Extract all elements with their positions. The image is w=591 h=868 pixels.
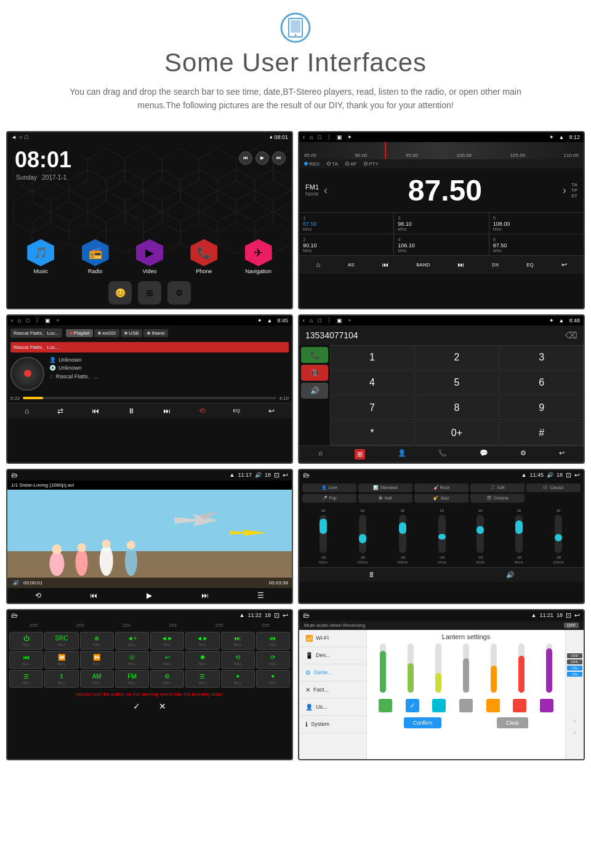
radio-home-icon[interactable]: ⌂: [310, 134, 313, 140]
play-btn[interactable]: ▶: [255, 151, 269, 165]
video-play-btn[interactable]: ▶: [147, 591, 152, 600]
music-record-icon[interactable]: ▣: [45, 317, 50, 324]
color-cyan[interactable]: [432, 699, 446, 712]
radio-screenshot-icon[interactable]: ▣: [337, 134, 342, 140]
music-back-btn[interactable]: ↩: [268, 407, 275, 415]
shortcut-vol-down[interactable]: ◄►NULL: [150, 632, 184, 650]
shortcut-call[interactable]: ☏NULL: [115, 651, 149, 669]
color-check[interactable]: ✓: [406, 699, 419, 712]
shortcut-expand-icon[interactable]: ⊡: [274, 611, 279, 619]
settings-icon[interactable]: ⚙: [167, 281, 191, 305]
eq-expand-icon[interactable]: ⊡: [566, 471, 571, 479]
music-eq-btn[interactable]: EQ: [233, 408, 241, 413]
shortcut-fwd[interactable]: ⏩NULL: [80, 651, 114, 669]
eq-preset-soft[interactable]: 🎵 Soft: [470, 484, 525, 492]
eq-sound-icon[interactable]: 🔊: [506, 571, 515, 579]
shortcut-back[interactable]: ↩NULL: [150, 651, 184, 669]
phone-key-4[interactable]: 4: [330, 370, 414, 395]
shortcut-confirm-x[interactable]: ✕: [159, 701, 166, 711]
radio-as-btn[interactable]: AS: [345, 260, 358, 269]
radio-preset-1[interactable]: 1 87.50 MHz: [299, 213, 394, 234]
music-tab-usb[interactable]: USB: [121, 329, 142, 337]
video-expand-icon[interactable]: ⊡: [274, 471, 279, 479]
music-home-btn[interactable]: ⌂: [25, 407, 29, 415]
shortcut-ccw[interactable]: ⟲NULL: [221, 651, 255, 669]
phone-key-5[interactable]: 5: [415, 370, 499, 395]
phone-home-icon[interactable]: ⌂: [310, 317, 313, 324]
music-playlist-item[interactable]: Rascal Flatts、Luc...: [10, 328, 62, 338]
eq-back-icon[interactable]: ↩: [574, 471, 580, 479]
music-prev-btn[interactable]: ⏮: [92, 407, 99, 415]
color-orange[interactable]: [486, 699, 500, 712]
shortcut-updown[interactable]: ⇕NULL: [44, 670, 78, 688]
settings-on-1[interactable]: ON: [567, 666, 582, 671]
music-track-item[interactable]: Rascal Flatts、Luc...: [10, 342, 289, 352]
shortcut-gps[interactable]: ⊕NULL: [80, 632, 114, 650]
settings-general-item[interactable]: ⚙ Gene...: [299, 664, 366, 682]
music-tab-inand[interactable]: iNand: [143, 329, 168, 337]
settings-on-2[interactable]: ON: [567, 672, 582, 677]
phone-key-hash[interactable]: #: [499, 421, 584, 445]
grid-icon[interactable]: ⊞: [138, 281, 161, 305]
app-music[interactable]: 🎵 Music: [27, 239, 54, 274]
shortcut-menu[interactable]: ☰NULL: [9, 670, 43, 688]
shortcut-mute[interactable]: ◄►NULL: [185, 632, 219, 650]
radio-prev-btn[interactable]: ‹: [324, 184, 328, 197]
eq-preset-classic[interactable]: 🎼 Classic: [526, 484, 581, 492]
phone-key-3[interactable]: 3: [499, 345, 584, 370]
settings-arrow-1[interactable]: ›: [567, 717, 582, 724]
shortcut-power[interactable]: ⏻NULL: [9, 632, 43, 650]
shortcut-confirm-check[interactable]: ✓: [133, 701, 140, 711]
phone-key-1[interactable]: 1: [330, 345, 414, 370]
eq-preset-standard[interactable]: 📊 Standard: [358, 484, 412, 492]
music-progress-bar[interactable]: [23, 397, 277, 399]
eq-preset-pop[interactable]: 🎤 Pop: [302, 494, 356, 503]
app-video[interactable]: ▶ Video: [136, 239, 163, 274]
app-phone[interactable]: 📞 Phone: [190, 239, 217, 274]
shortcut-cw[interactable]: ⟳NULL: [256, 651, 290, 669]
radio-eq-btn[interactable]: EQ: [523, 260, 537, 269]
shortcut-prev[interactable]: ⏮NULL: [256, 632, 290, 650]
video-list-btn[interactable]: ☰: [257, 591, 264, 600]
phone-sms-btn[interactable]: 💬: [480, 449, 488, 460]
next-btn[interactable]: ⏭: [272, 151, 286, 165]
phone-apps-icon[interactable]: □: [318, 317, 321, 324]
phone-home-btn[interactable]: ⌂: [318, 449, 323, 460]
radio-preset-5[interactable]: 5 108.00 MHz: [489, 213, 584, 234]
eq-preset-rock[interactable]: 🎸 Rock: [414, 484, 468, 492]
music-next-btn[interactable]: ⏭: [163, 407, 171, 415]
eq-preset-user[interactable]: 👤 User: [302, 484, 356, 492]
phone-key-6[interactable]: 6: [499, 370, 584, 395]
shortcut-vol-up[interactable]: ◄+NULL: [115, 632, 149, 650]
phone-key-7[interactable]: 7: [330, 396, 414, 420]
radio-preset-4[interactable]: 4 106.10 MHz: [394, 234, 489, 255]
radio-apps-icon[interactable]: □: [318, 134, 321, 140]
emoji-icon[interactable]: 😊: [108, 281, 132, 305]
video-back-icon[interactable]: ↩: [283, 471, 288, 479]
color-purple[interactable]: [540, 699, 553, 712]
app-radio[interactable]: 📻 Radio: [82, 239, 109, 274]
color-green[interactable]: [379, 699, 392, 712]
radio-reg[interactable]: REG: [304, 161, 320, 167]
settings-system-item[interactable]: ℹ System: [299, 716, 366, 733]
music-shuffle-btn[interactable]: ⇄: [57, 407, 63, 415]
phone-record-icon[interactable]: ▣: [337, 317, 342, 324]
radio-back-arrow-btn[interactable]: ↩: [558, 259, 570, 271]
settings-off-2[interactable]: OFF: [567, 659, 582, 664]
shortcut-back-icon[interactable]: ↩: [283, 611, 288, 619]
settings-back-icon[interactable]: ↩: [574, 611, 580, 619]
mute-off-btn[interactable]: OFF: [564, 623, 579, 628]
shortcut-settings[interactable]: ⚙NULL: [150, 670, 184, 688]
music-pause-btn[interactable]: ⏸: [127, 407, 135, 415]
music-tab-extsd[interactable]: extSD: [94, 329, 119, 337]
shortcut-ff[interactable]: ⏮NULL: [9, 651, 43, 669]
radio-preset-3[interactable]: 3 98.10 MHz: [394, 213, 489, 234]
radio-bt-icon[interactable]: ✦: [347, 134, 352, 140]
phone-backspace-btn[interactable]: ⌫: [565, 330, 577, 340]
phone-settings-btn[interactable]: ⚙: [520, 449, 526, 460]
radio-preset-6[interactable]: 6 87.50 MHz: [489, 234, 584, 255]
shortcut-star[interactable]: ✱NULL: [185, 651, 219, 669]
music-tab-playlist[interactable]: Playlist: [66, 329, 93, 337]
phone-key-0[interactable]: 0+: [415, 421, 499, 445]
eq-preset-hall[interactable]: 🏛 Hall: [358, 494, 412, 503]
